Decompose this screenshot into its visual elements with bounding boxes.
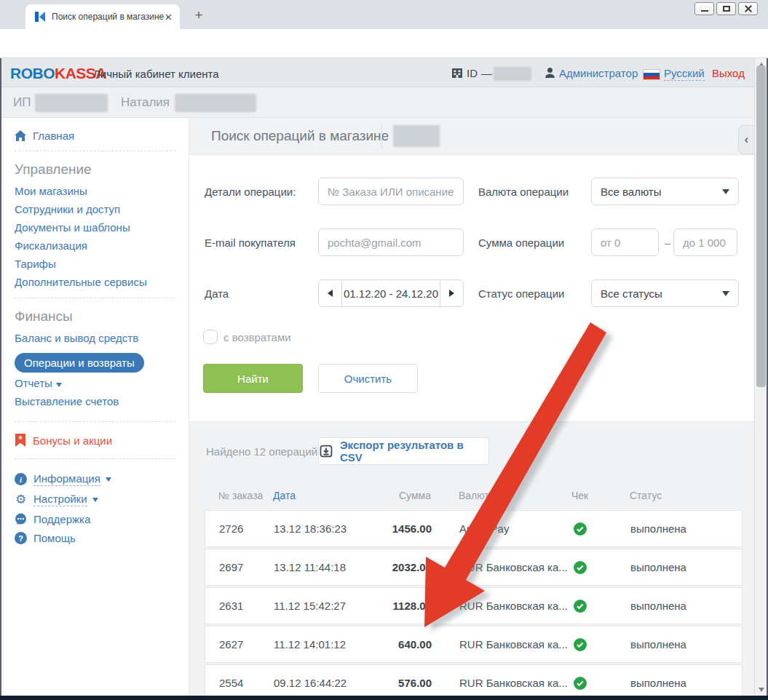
search-button[interactable]: Найти (203, 364, 303, 393)
status-select[interactable]: Все статусы (591, 279, 739, 307)
maximize-button[interactable] (716, 2, 736, 15)
cell-date: 13.12 18:36:23 (274, 522, 387, 535)
sidebar-item-fiscalization[interactable]: Фискализация (15, 239, 175, 252)
cell-currency: Apple Pay (459, 522, 572, 535)
russian-flag-icon (643, 69, 660, 80)
sidebar-item-support[interactable]: Поддержка (15, 513, 175, 525)
scroll-down-icon[interactable] (755, 684, 767, 696)
clear-button[interactable]: Очистить (318, 364, 418, 393)
details-input[interactable] (318, 178, 464, 205)
col-receipt: Чек (571, 490, 630, 501)
robokassa-logo[interactable]: ROBOKASSA (10, 65, 106, 82)
bookmark-star-ribbon-icon: ★ (15, 434, 26, 447)
redacted-company-name (35, 94, 108, 112)
minimize-button[interactable] (694, 2, 714, 15)
home-icon (15, 130, 26, 141)
settings-label: Настройки (33, 493, 87, 506)
role-link[interactable]: Администратор (559, 67, 638, 79)
page-scrollbar[interactable] (754, 58, 767, 696)
redacted-surname (175, 94, 256, 112)
cell-status: выполнена (630, 561, 742, 573)
gear-icon: ⚙ (15, 493, 27, 506)
table-row[interactable]: 2554 09.12 16:44:22 576.00 RUR Банковска… (205, 664, 743, 700)
col-date-sorted[interactable]: Дата (273, 490, 386, 501)
date-range-picker: 01.12.20 - 24.12.20 (318, 279, 464, 307)
logout-link[interactable]: Выход (712, 67, 745, 79)
sidebar-item-services[interactable]: Дополнительные сервисы (15, 276, 175, 289)
returns-checkbox[interactable] (203, 330, 218, 344)
language-selector[interactable]: Русский (664, 67, 705, 81)
cell-status: выполнена (630, 677, 742, 689)
table-row[interactable]: 2627 11.12 14:01:12 640.00 RUR Банковска… (205, 626, 743, 663)
browser-toolbar: ← → ⟳ partner.robokassa.ru/Operation ☆ A… (0, 29, 768, 58)
cell-amount: 1456.00 (387, 522, 459, 535)
sidebar-item-information[interactable]: i Информация (15, 472, 175, 486)
page-title: Поиск операций в магазине (211, 128, 389, 144)
sidebar-item-staff[interactable]: Сотрудники и доступ (15, 203, 175, 216)
table-row[interactable]: 2631 11.12 15:42:27 1128.00 RUR Банковск… (205, 587, 743, 624)
sidebar-item-settings[interactable]: ⚙ Настройки (15, 493, 175, 506)
date-next-button[interactable] (440, 280, 463, 306)
chevron-down-icon (92, 498, 98, 502)
cell-amount: 1128.00 (387, 600, 459, 612)
sidebar-item-bonuses[interactable]: ★ Бонусы и акции (15, 434, 175, 447)
sidebar-home-label: Главная (33, 130, 74, 142)
status-value: Все статусы (601, 287, 662, 300)
page-title-bar: Поиск операций в магазине ‹ (189, 118, 754, 154)
chevron-down-icon (56, 383, 62, 387)
sidebar-item-invoices[interactable]: Выставление счетов (15, 395, 175, 408)
close-button[interactable] (738, 2, 758, 15)
date-range-value[interactable]: 01.12.20 - 24.12.20 (342, 280, 440, 306)
receipt-ok-icon (574, 561, 587, 574)
collapse-panel-button[interactable]: ‹ (738, 125, 754, 154)
tab-strip: Поиск операций в магазине - Личн + (0, 0, 768, 29)
sidebar-item-help[interactable]: ? Помощь (15, 532, 175, 544)
table-row[interactable]: 2697 13.12 11:44:18 2032.00 RUR Банковск… (205, 549, 743, 586)
col-status: Статус (630, 490, 743, 501)
cell-status: выполнена (630, 600, 742, 612)
cabinet-subtitle: Личный кабинет клиента (93, 68, 219, 80)
scrollbar-thumb[interactable] (756, 65, 766, 387)
sidebar-item-tariffs[interactable]: Тарифы (15, 258, 175, 271)
currency-value: Все валюты (601, 186, 661, 198)
email-input[interactable] (318, 228, 464, 256)
cell-order: 2726 (219, 522, 274, 535)
cell-amount: 576.00 (387, 677, 459, 689)
table-body: 2726 13.12 18:36:23 1456.00 Apple Pay вы… (205, 510, 743, 700)
info-icon: i (15, 473, 27, 485)
title-separator (381, 124, 382, 148)
sidebar-item-home[interactable]: Главная (15, 130, 175, 142)
arrow-right-icon (449, 290, 454, 297)
results-count: Найдено 12 операций (206, 445, 317, 458)
logo-robo: ROBO (10, 65, 55, 81)
account-bar: ИП Наталия (0, 87, 768, 118)
new-tab-button[interactable]: + (189, 6, 208, 25)
star-glyph: ★ (15, 434, 26, 441)
currency-select[interactable]: Все валюты (591, 178, 739, 205)
receipt-ok-icon (574, 600, 587, 613)
cell-amount: 2032.00 (387, 561, 459, 573)
col-order: № заказа (218, 490, 273, 501)
date-prev-button[interactable] (319, 280, 342, 306)
sidebar-item-balance[interactable]: Баланс и вывод средств (15, 332, 175, 345)
window-controls (694, 2, 758, 15)
amount-to-input[interactable] (673, 228, 737, 256)
sidebar-item-shops[interactable]: Мои магазины (15, 185, 175, 198)
section-finance: Финансы (15, 309, 175, 325)
information-label: Информация (33, 472, 100, 486)
support-label: Поддержка (33, 513, 90, 525)
amount-label: Сумма операции (478, 236, 564, 249)
sidebar-item-operations-active[interactable]: Операции и возвраты (15, 353, 144, 373)
tab-close-icon[interactable] (162, 11, 174, 23)
sidebar-item-reports[interactable]: Отчеты (15, 377, 175, 390)
help-label: Помощь (33, 532, 76, 544)
sidebar-item-documents[interactable]: Документы и шаблоны (15, 221, 175, 234)
search-form: Детали операции: Валюта операции Все вал… (189, 154, 754, 422)
receipt-ok-icon (574, 677, 587, 690)
browser-tab[interactable]: Поиск операций в магазине - Личн (25, 4, 180, 29)
cell-date: 11.12 14:01:12 (274, 638, 387, 651)
export-csv-button[interactable]: Экспорт результатов в CSV (318, 437, 489, 465)
table-row[interactable]: 2726 13.12 18:36:23 1456.00 Apple Pay вы… (205, 510, 743, 547)
cell-order: 2554 (219, 677, 274, 689)
amount-from-input[interactable] (591, 228, 659, 256)
